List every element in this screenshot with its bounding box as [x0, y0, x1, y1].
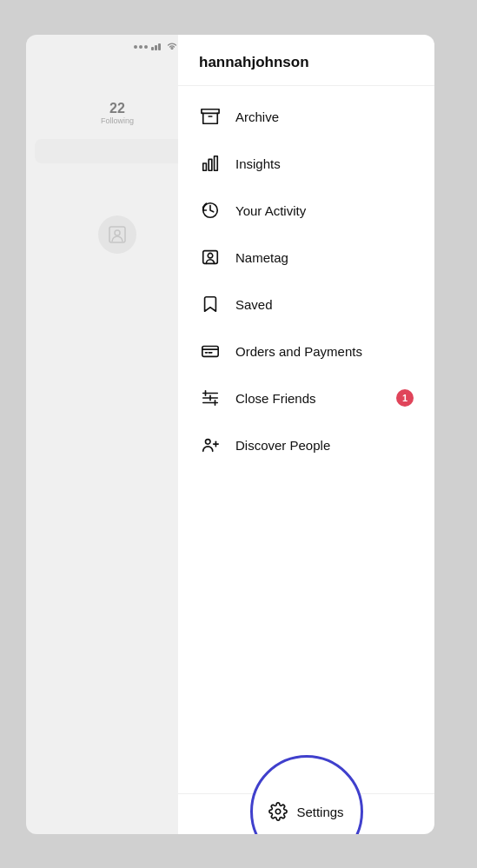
- svg-rect-8: [202, 347, 218, 357]
- stat-following: 22 Following: [35, 101, 200, 125]
- archive-icon: [199, 105, 222, 128]
- close-friends-icon: [199, 387, 222, 409]
- discover-icon: [199, 434, 222, 456]
- svg-rect-2: [203, 163, 207, 170]
- saved-icon: [199, 293, 222, 315]
- svg-rect-4: [215, 156, 218, 171]
- orders-label: Orders and Payments: [235, 344, 414, 359]
- svg-point-1: [115, 230, 120, 235]
- saved-label: Saved: [235, 297, 414, 312]
- signal-dots: [134, 45, 148, 49]
- menu-item-archive[interactable]: Archive: [178, 93, 434, 140]
- svg-point-15: [206, 440, 211, 445]
- menu-item-discover[interactable]: Discover People: [178, 421, 434, 468]
- settings-gear-icon: [268, 802, 288, 821]
- close-friends-badge: 1: [396, 389, 414, 407]
- svg-rect-3: [209, 159, 212, 170]
- menu-item-activity[interactable]: Your Activity: [178, 187, 434, 234]
- nametag-label: Nametag: [235, 250, 414, 265]
- settings-label: Settings: [296, 805, 343, 819]
- insights-icon: [199, 152, 222, 175]
- orders-icon: [199, 340, 222, 362]
- menu-panel: hannahjohnson Archive Insig: [178, 35, 434, 834]
- archive-label: Archive: [235, 109, 414, 124]
- close-friends-label: Close Friends: [235, 391, 396, 406]
- profile-photo: [98, 215, 136, 254]
- svg-point-18: [276, 809, 282, 814]
- nametag-icon: [199, 246, 222, 268]
- menu-item-orders[interactable]: Orders and Payments: [178, 328, 434, 374]
- discover-label: Discover People: [235, 438, 414, 453]
- menu-item-insights[interactable]: Insights: [178, 140, 434, 187]
- svg-point-7: [208, 253, 213, 258]
- settings-footer: Settings: [178, 793, 434, 834]
- insights-label: Insights: [235, 156, 414, 171]
- menu-item-saved[interactable]: Saved: [178, 281, 434, 328]
- wifi-icon: [167, 42, 177, 52]
- search-bar: [35, 139, 200, 163]
- menu-username: hannahjohnson: [178, 35, 434, 86]
- menu-item-close-friends[interactable]: Close Friends 1: [178, 374, 434, 421]
- menu-item-nametag[interactable]: Nametag: [178, 234, 434, 281]
- activity-icon: [199, 199, 222, 222]
- menu-items-list: Archive Insights: [178, 86, 434, 793]
- signal-bars: [151, 43, 161, 50]
- activity-label: Your Activity: [235, 203, 414, 218]
